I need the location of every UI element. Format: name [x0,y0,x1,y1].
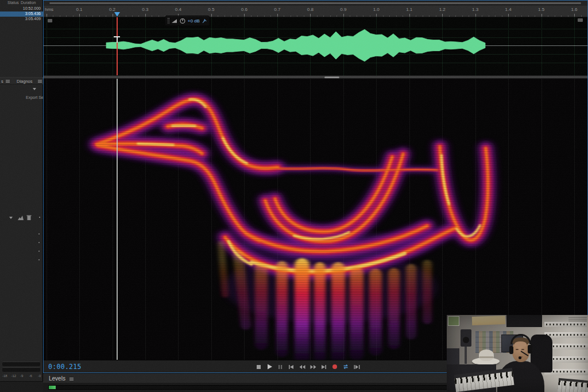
ruler-tick [462,16,463,17]
ruler-tick [475,14,476,17]
dock-slider-track[interactable] [2,367,40,372]
record-button[interactable] [331,363,339,371]
ruler-tick [508,14,509,17]
ruler-tick [86,16,87,17]
ruler-tick [469,16,469,17]
ruler-tick [60,16,60,17]
play-button[interactable] [265,363,273,371]
ruler-tick-label: 0.8 [304,7,316,12]
ruler-tick-label: 1.5 [535,7,548,12]
ruler-tick-label: 1.0 [370,7,382,12]
pin-icon[interactable] [202,18,207,24]
zoom-navigator-track[interactable] [44,1,588,6]
ruler-tick [323,16,324,17]
rewind-button[interactable] [298,363,306,371]
tab-diagnostics[interactable]: Diagnos [17,79,33,84]
ruler-tick [489,16,489,17]
hud-db-value[interactable]: +0 dB [188,18,200,24]
ruler-tick [257,16,258,17]
ruler-tick [251,16,252,17]
ruler-tick [495,16,496,17]
ruler-tick-label: 0.5 [205,7,218,12]
ruler-tick [244,14,245,17]
ruler-tick-label: 1.2 [436,7,448,12]
ruler-tick [449,16,450,17]
panel-corner-icon[interactable] [48,19,52,22]
ruler-tick [119,16,119,17]
time-display[interactable]: 0:00.215 [48,363,82,371]
ruler-tick [92,16,93,17]
ruler-tick [132,16,133,17]
hud-grip-handle[interactable] [168,18,169,24]
chart-icon[interactable] [17,215,24,221]
move-to-next-button[interactable] [320,363,328,371]
ruler-tick [541,14,542,17]
waveform-display[interactable] [43,17,588,75]
column-duration[interactable]: Duration [21,1,36,5]
ruler-tick [568,16,568,17]
meter-scale-label: -0 [38,374,41,378]
panel-menu-icon[interactable] [69,378,74,381]
trash-icon[interactable] [26,214,32,221]
timeline-ruler[interactable]: hms 0.10.20.30.40.50.60.70.80.91.01.11.2… [43,6,588,17]
ruler-tick [218,16,218,17]
left-dock-panel: Status Duration 10:52.000 3:05.436 3:05.… [0,0,43,392]
ruler-tick [343,14,344,17]
ruler-tick [138,16,139,17]
export-settings-label[interactable]: Export Se [26,95,44,99]
files-table-header: Status Duration [0,1,43,6]
meter-scale-label: -12 [11,374,17,378]
ruler-tick [555,16,555,17]
editor-focus-border-left [43,0,44,373]
file-row[interactable]: 3:05.409 [0,17,43,22]
spectrogram-playhead[interactable] [117,79,118,360]
dock-slider-track[interactable] [2,362,40,366]
transport-controls [254,362,361,372]
ruler-tick [436,16,436,17]
ruler-tick-label: 1.4 [502,7,514,12]
panel-menu-icon[interactable] [6,80,10,83]
tab-levels[interactable]: Levels [49,375,65,382]
dock-toolbar [0,214,43,221]
skip-selection-button[interactable] [353,363,361,371]
ruler-tick [113,14,113,17]
ruler-tick [238,16,238,17]
column-status[interactable]: Status [7,1,19,5]
fast-forward-button[interactable] [309,363,317,371]
file-row-selected[interactable]: 3:05.436 [0,11,43,17]
zoom-navigator-bar[interactable] [49,2,582,5]
chevron-down-icon[interactable] [9,217,13,219]
panel-corner-icon[interactable] [578,18,583,22]
ruler-tick [528,16,529,17]
pause-button[interactable] [276,363,284,371]
ruler-tick [66,16,67,17]
panel-menu-icon[interactable] [38,80,42,83]
list-bullet [38,251,40,252]
ruler-tick [409,14,410,17]
splitter-grip[interactable] [324,76,339,78]
ruler-tick [455,16,456,17]
level-meter-fill [49,386,56,389]
dock-tab-bar: s Diagnos [0,77,43,84]
ruler-tick-label: 0.4 [172,7,184,12]
meter-scale-label: -6 [29,374,32,378]
ruler-tick [376,14,377,17]
loop-playback-button[interactable] [342,363,350,371]
meter-scale-label: -18 [2,374,7,378]
ruler-tick [548,16,548,17]
waveform-playhead[interactable] [117,17,118,75]
ruler-tick [396,16,397,17]
volume-hud[interactable]: +0 dB [165,16,210,26]
ruler-tick-label: 0.2 [106,7,119,12]
stop-button[interactable] [254,363,262,371]
tab-fragment[interactable]: s [1,79,3,84]
move-to-previous-button[interactable] [287,363,295,371]
chevron-down-icon[interactable] [33,88,36,90]
ruler-tick [225,16,225,17]
ruler-tick-label: 1.1 [403,7,416,12]
file-row[interactable]: 10:52.000 [0,6,43,11]
ruler-tick-label: 0.9 [337,7,350,12]
clock-knob-icon[interactable] [180,18,185,24]
ruler-tick-label: 0.7 [271,7,284,12]
editor-focus-border-top [43,0,588,1]
